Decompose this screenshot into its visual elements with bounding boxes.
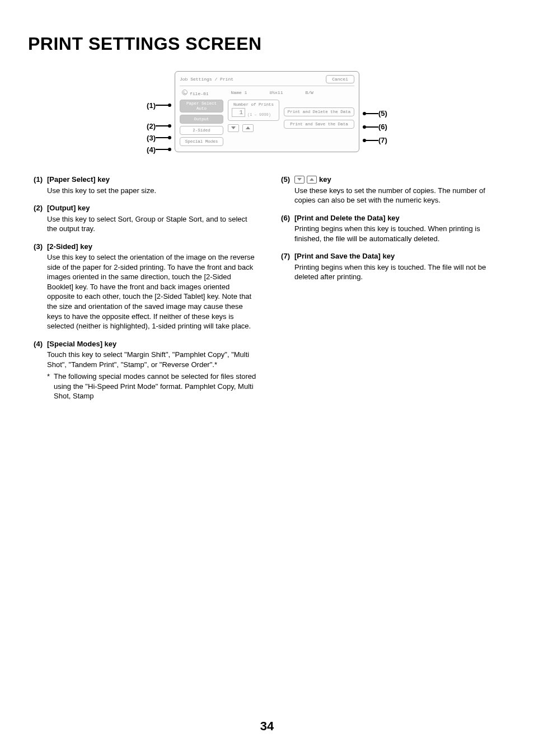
- left-description-column: (1) [Paper Select] key Use this key to s…: [28, 175, 259, 409]
- callout-4: (4): [147, 144, 171, 155]
- ui-screenshot-diagram: (1) (2) (3) (4) Job Settings / Print Can…: [28, 68, 506, 155]
- page-title: PRINT SETTINGS SCREEN: [28, 34, 506, 54]
- screen-header-title: Job Settings / Print: [180, 77, 233, 82]
- increment-button[interactable]: [242, 124, 254, 132]
- desc-item-4: (4) [Special Modes] key Touch this key t…: [28, 339, 259, 401]
- file-color-mode: B/W: [305, 90, 313, 95]
- file-user: Name 1: [231, 90, 247, 95]
- callout-7: (7): [363, 135, 387, 146]
- desc-item-3: (3) [2-Sided] key Use this key to select…: [28, 242, 259, 331]
- page-number: 34: [0, 719, 534, 734]
- desc-item-1: (1) [Paper Select] key Use this key to s…: [28, 175, 259, 195]
- callout-2: (2): [147, 120, 171, 132]
- right-description-column: (5) key Use these keys to set the number…: [275, 175, 506, 409]
- print-and-delete-button[interactable]: Print and Delete the Data: [284, 107, 354, 116]
- desc-item-5: (5) key Use these keys to set the number…: [275, 175, 506, 205]
- desc-item-2: (2) [Output] key Use this key to select …: [28, 203, 259, 234]
- special-modes-button[interactable]: Special Modes: [180, 137, 223, 146]
- paper-select-button[interactable]: Paper Select Auto: [180, 100, 223, 112]
- callout-3: (3): [147, 132, 171, 143]
- cancel-button[interactable]: Cancel: [326, 75, 354, 83]
- description-columns: (1) [Paper Select] key Use this key to s…: [28, 175, 506, 409]
- print-and-save-button[interactable]: Print and Save the Data: [284, 120, 354, 129]
- file-size: 8½x11: [269, 90, 283, 95]
- chevron-up-icon: [246, 126, 250, 129]
- callout-1: (1): [147, 100, 171, 111]
- number-of-prints-range: (1 – 9999): [247, 112, 271, 117]
- number-of-prints-box: Number of Prints 1 (1 – 9999): [228, 100, 279, 121]
- desc-item-7: (7) [Print and Save the Data] key Printi…: [275, 251, 506, 282]
- device-screen: Job Settings / Print Cancel file-01 Name…: [175, 71, 359, 152]
- output-button[interactable]: Output: [180, 115, 223, 124]
- number-of-prints-value[interactable]: 1: [232, 108, 245, 117]
- file-icon: [182, 90, 188, 95]
- up-arrow-icon: [307, 176, 317, 184]
- number-of-prints-label: Number of Prints: [232, 102, 275, 107]
- decrement-button[interactable]: [228, 124, 239, 132]
- chevron-down-icon: [231, 126, 236, 129]
- two-sided-button[interactable]: 2-Sided: [180, 126, 223, 135]
- callout-6: (6): [363, 121, 387, 133]
- callout-5: (5): [363, 108, 387, 119]
- desc-item-6: (6) [Print and Delete the Data] key Prin…: [275, 213, 506, 244]
- down-arrow-icon: [294, 176, 305, 184]
- file-name: file-01: [190, 91, 209, 96]
